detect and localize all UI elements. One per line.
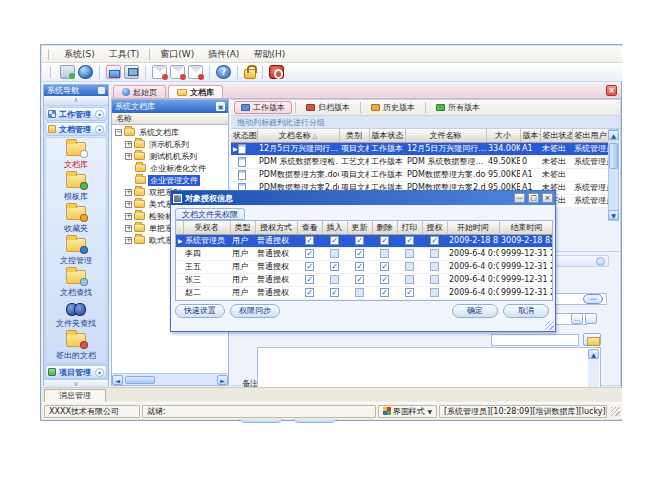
checkbox-unchecked[interactable]: [355, 288, 364, 297]
dialog-cell[interactable]: 张三: [183, 273, 230, 286]
checkbox-checked[interactable]: ✓: [305, 262, 314, 271]
grid-cell[interactable]: 工艺文档: [339, 155, 369, 168]
menu-item[interactable]: 帮助(H): [246, 47, 292, 62]
dialog-cell[interactable]: 用户: [230, 247, 255, 260]
permission-row[interactable]: 张三用户普通授权✓✓✓2009-6-4 0:00:009999-12-31 23…: [176, 273, 553, 286]
dialog-cell[interactable]: 普通授权: [255, 260, 297, 273]
scroll-thumb[interactable]: [125, 376, 155, 384]
grid-cell[interactable]: PDM数据整理方案.doc: [405, 168, 486, 181]
permission-cell[interactable]: [372, 247, 397, 260]
version-tab-1[interactable]: 归档版本: [299, 101, 357, 114]
grid-cell[interactable]: 12月5日万兴隆同行…: [257, 142, 339, 155]
tree-item[interactable]: −系统文档库: [112, 126, 228, 138]
dialog-cell[interactable]: 9999-12-31 23:59:59: [499, 286, 553, 299]
column-header-2[interactable]: 类别: [339, 129, 369, 142]
chevron-down-icon[interactable]: ▾: [95, 110, 104, 119]
permission-cell[interactable]: ✓: [347, 247, 372, 260]
grid-cell[interactable]: 未签出: [540, 168, 572, 181]
menu-item[interactable]: 系统(S): [57, 47, 102, 62]
tree-column-header[interactable]: 名称: [112, 113, 228, 125]
grid-cell[interactable]: 系统管理员: [572, 181, 608, 194]
version-tab-0[interactable]: 工作版本: [234, 101, 292, 114]
dialog-resize-grip[interactable]: [545, 321, 554, 330]
permission-cell[interactable]: [322, 273, 347, 286]
permission-cell[interactable]: ✓: [397, 286, 422, 299]
dialog-column-header-8[interactable]: 授权: [422, 221, 447, 234]
scroll-up-icon[interactable]: ▲: [588, 349, 599, 359]
dialog-cell[interactable]: 普通授权: [255, 273, 297, 286]
scroll-right-icon[interactable]: ►: [217, 375, 228, 385]
sidebar-item-doc-control[interactable]: 文控管理: [46, 237, 106, 267]
close-button[interactable]: ×: [542, 193, 553, 203]
version-tab-3[interactable]: 所有版本: [429, 101, 487, 114]
quick-setup-button[interactable]: 快速设置: [175, 304, 225, 318]
column-header-4[interactable]: 文件名称: [405, 129, 486, 142]
dialog-titlebar[interactable]: 对象授权信息 — □ ×: [171, 191, 555, 205]
permission-row[interactable]: 李四用户普通授权✓✓2009-6-4 0:00:009999-12-31 23:…: [176, 247, 553, 260]
permission-row[interactable]: 赵二用户普通授权✓✓✓✓2009-6-4 0:00:009999-12-31 2…: [176, 286, 553, 299]
mail-open-icon[interactable]: [170, 65, 185, 79]
permission-row[interactable]: ▶系统管理员用户普通授权✓✓✓✓✓✓2009-2-18 8:35:573009-…: [176, 234, 553, 247]
grid-cell[interactable]: PDM数据整理方案.doc: [257, 168, 339, 181]
cancel-button[interactable]: 取消: [503, 304, 549, 318]
dialog-cell[interactable]: 用户: [230, 273, 255, 286]
collapse-icon[interactable]: −: [115, 129, 122, 136]
ellipsis-button[interactable]: …: [571, 313, 583, 324]
detail-field[interactable]: [491, 334, 579, 346]
permission-cell[interactable]: ✓: [347, 234, 372, 247]
sidebar-item-checked-out[interactable]: 签出的文档: [46, 332, 106, 362]
permission-cell[interactable]: [397, 273, 422, 286]
dialog-cell[interactable]: 2009-6-4 0:00:00: [447, 273, 499, 286]
resize-grip[interactable]: [611, 407, 620, 416]
pin-icon[interactable]: ▣: [216, 102, 225, 111]
maximize-button[interactable]: □: [528, 193, 539, 203]
column-header-3[interactable]: 版本状态: [369, 129, 405, 142]
permission-cell[interactable]: ✓: [322, 286, 347, 299]
checkbox-checked[interactable]: ✓: [355, 275, 364, 284]
grid-cell[interactable]: A1: [520, 168, 540, 181]
checkbox-checked[interactable]: ✓: [355, 249, 364, 258]
checkbox-checked[interactable]: ✓: [330, 288, 339, 297]
status-icon-cell[interactable]: [231, 168, 257, 181]
grid-cell[interactable]: 系统管理员: [572, 155, 608, 168]
dialog-column-header-3[interactable]: 查看: [297, 221, 322, 234]
column-header-7[interactable]: 签出状态: [540, 129, 572, 142]
sidebar-item-folder-search[interactable]: 文件夹查找: [46, 301, 106, 330]
exit-icon[interactable]: [269, 65, 284, 79]
dialog-cell[interactable]: 3009-2-18 8:35:57: [499, 234, 553, 247]
permission-sync-button[interactable]: 权限同步: [230, 304, 280, 318]
permission-cell[interactable]: ✓: [297, 273, 322, 286]
column-header-6[interactable]: 版本号: [520, 129, 540, 142]
dialog-cell[interactable]: 2009-6-4 0:00:00: [447, 247, 499, 260]
column-header-5[interactable]: 大小: [486, 129, 520, 142]
detail-collapse-icon[interactable]: [596, 257, 605, 266]
grid-cell[interactable]: A1: [520, 142, 540, 155]
checkbox-checked[interactable]: ✓: [405, 236, 414, 245]
scroll-left-icon[interactable]: ◄: [112, 375, 123, 385]
permission-cell[interactable]: ✓: [347, 260, 372, 273]
table-row[interactable]: ▶12月5日万兴隆同行…项目文档工作版本12月5日万兴隆同行…334.00KBA…: [231, 142, 608, 155]
grid-cell[interactable]: PDM 系统数据整理…: [405, 155, 486, 168]
chevron-down-icon[interactable]: ▾: [95, 125, 104, 134]
expand-icon[interactable]: +: [125, 201, 132, 208]
checkbox-checked[interactable]: ✓: [355, 262, 364, 271]
dialog-column-header-4[interactable]: 插入: [322, 221, 347, 234]
sidebar-item-favorites[interactable]: 收藏夹: [46, 205, 106, 235]
dialog-cell[interactable]: 王五: [183, 260, 230, 273]
sidebar-group-doc[interactable]: 文档管理▾: [45, 122, 107, 136]
permission-cell[interactable]: ✓: [397, 234, 422, 247]
dialog-cell[interactable]: 李四: [183, 247, 230, 260]
scroll-down-icon[interactable]: ▼: [608, 210, 619, 220]
checkbox-unchecked[interactable]: [430, 262, 439, 271]
dialog-cell[interactable]: 普通授权: [255, 234, 297, 247]
sidebar-item-template-library[interactable]: 模板库: [46, 173, 106, 203]
table-row[interactable]: PDM数据整理方案.doc项目文档工作版本PDM数据整理方案.doc95.00K…: [231, 168, 608, 181]
sidebar-scroll-up[interactable]: ∧: [44, 96, 108, 106]
folder-open-icon[interactable]: [106, 65, 121, 79]
checkbox-checked[interactable]: ✓: [405, 288, 414, 297]
column-header-0[interactable]: 状态图: [231, 129, 257, 142]
expand-icon[interactable]: +: [125, 213, 132, 220]
checkbox-checked[interactable]: ✓: [305, 249, 314, 258]
checkbox-unchecked[interactable]: [430, 249, 439, 258]
permission-cell[interactable]: ✓: [372, 260, 397, 273]
